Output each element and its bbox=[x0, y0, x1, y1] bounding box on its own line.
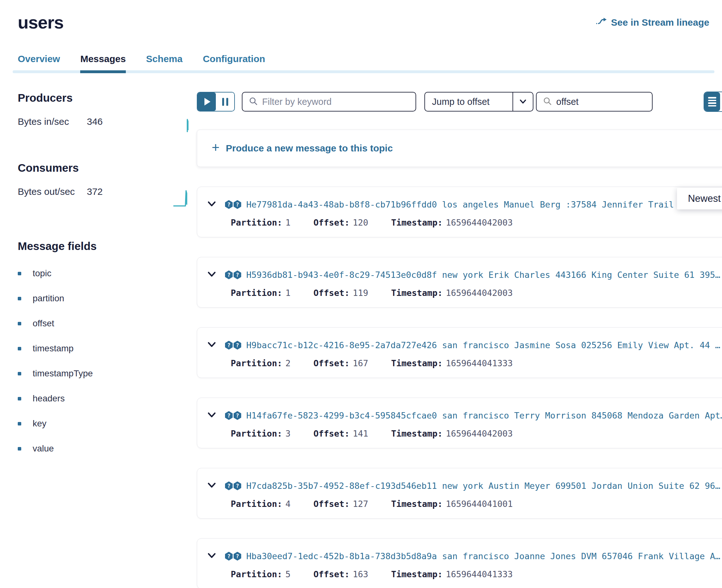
timestamp-meta: Timestamp:1659644041333 bbox=[391, 358, 513, 368]
message-key-value-text[interactable]: Hba30eed7-1edc-452b-8b1a-738d3b5d8a9a sa… bbox=[246, 551, 720, 561]
message-row[interactable]: ? ? He77981da-4a43-48ab-b8f8-cb71b96ffdd… bbox=[197, 187, 722, 237]
serializer-icons: ? ? bbox=[225, 482, 241, 490]
field-item-topic[interactable]: topic bbox=[18, 268, 197, 278]
tab-messages[interactable]: Messages bbox=[80, 54, 125, 73]
bullet-icon bbox=[18, 297, 21, 300]
timestamp-value: 1659644042003 bbox=[446, 218, 513, 228]
partition-meta: Partition:2 bbox=[231, 358, 291, 368]
offset-value: 141 bbox=[353, 429, 368, 439]
list-view-icon bbox=[708, 102, 716, 104]
offset-meta: Offset:119 bbox=[313, 288, 368, 298]
lineage-link-label: See in Stream lineage bbox=[611, 17, 709, 28]
partition-meta: Partition:5 bbox=[231, 569, 291, 579]
bytes-in-label: Bytes in/sec bbox=[18, 116, 87, 127]
field-item-value[interactable]: value bbox=[18, 443, 197, 454]
serializer-icons: ? ? bbox=[225, 271, 241, 279]
value-format-icon: ? bbox=[233, 271, 241, 279]
partition-value: 4 bbox=[286, 499, 291, 509]
bullet-icon bbox=[18, 347, 21, 350]
list-view-button[interactable] bbox=[704, 92, 720, 111]
bytes-in-value: 346 bbox=[87, 116, 122, 127]
produce-message-label: Produce a new message to this topic bbox=[226, 143, 393, 154]
partition-value: 2 bbox=[286, 358, 291, 368]
timestamp-value: 1659644042003 bbox=[446, 288, 513, 298]
bytes-out-sparkline bbox=[173, 186, 192, 209]
filter-placeholder: Filter by keyword bbox=[262, 97, 332, 107]
timestamp-value: 1659644042003 bbox=[446, 429, 513, 439]
stream-lineage-link[interactable]: See in Stream lineage bbox=[595, 17, 709, 28]
field-item-offset[interactable]: offset bbox=[18, 318, 197, 329]
field-item-timestamp[interactable]: timestamp bbox=[18, 343, 197, 354]
bullet-icon bbox=[18, 322, 21, 326]
bullet-icon bbox=[18, 422, 21, 425]
bullet-icon bbox=[18, 447, 21, 450]
expand-chevron-icon[interactable] bbox=[207, 553, 216, 560]
offset-value: 119 bbox=[353, 288, 368, 298]
field-item-key[interactable]: key bbox=[18, 419, 197, 429]
message-row[interactable]: ? ? H14fa67fe-5823-4299-b3c4-595845cfcae… bbox=[197, 398, 722, 448]
serializer-icons: ? ? bbox=[225, 341, 241, 350]
message-row[interactable]: ? ? H9bacc71c-b12c-4216-8e95-2a7da727e42… bbox=[197, 327, 722, 378]
message-metadata: Partition:4 Offset:127 Timestamp:1659644… bbox=[231, 499, 722, 509]
key-format-icon: ? bbox=[225, 341, 233, 350]
message-key-value-text[interactable]: He77981da-4a43-48ab-b8f8-cb71b96ffdd0 lo… bbox=[246, 200, 684, 209]
pause-button[interactable] bbox=[216, 92, 234, 111]
value-format-icon: ? bbox=[233, 552, 241, 561]
expand-chevron-icon[interactable] bbox=[207, 272, 216, 278]
value-format-icon: ? bbox=[233, 341, 241, 350]
column-view-button[interactable] bbox=[720, 92, 722, 111]
bytes-out-metric: Bytes out/sec 372 bbox=[18, 186, 197, 209]
partition-meta: Partition:1 bbox=[231, 218, 291, 228]
field-item-headers[interactable]: headers bbox=[18, 394, 197, 404]
offset-value: 120 bbox=[353, 218, 368, 228]
lineage-arrow-icon bbox=[595, 17, 607, 28]
search-icon bbox=[543, 97, 552, 107]
partition-value: 1 bbox=[286, 288, 291, 298]
bytes-in-metric: Bytes in/sec 346 bbox=[18, 116, 197, 136]
offset-search-input[interactable]: offset bbox=[536, 92, 653, 111]
message-metadata: Partition:2 Offset:167 Timestamp:1659644… bbox=[231, 358, 722, 368]
newest-tooltip-label: Newest bbox=[688, 193, 720, 204]
view-mode-toggle[interactable] bbox=[704, 91, 722, 112]
key-format-icon: ? bbox=[225, 482, 233, 490]
bullet-icon bbox=[18, 397, 21, 400]
field-item-partition[interactable]: partition bbox=[18, 293, 197, 303]
value-format-icon: ? bbox=[233, 200, 241, 209]
plus-icon: + bbox=[212, 141, 220, 154]
message-key-value-text[interactable]: H9bacc71c-b12c-4216-8e95-2a7da727e426 sa… bbox=[246, 340, 720, 350]
messages-panel: Filter by keyword Jump to offset bbox=[197, 91, 722, 588]
partition-meta: Partition:4 bbox=[231, 499, 291, 509]
bullet-icon bbox=[18, 372, 21, 375]
partition-meta: Partition:1 bbox=[231, 288, 291, 298]
list-view-icon bbox=[708, 100, 716, 101]
message-key-value-text[interactable]: H5936db81-b943-4e0f-8c29-74513e0c0d8f ne… bbox=[246, 270, 720, 280]
message-list: Newest ? ? bbox=[197, 187, 722, 588]
message-row[interactable]: ? ? H5936db81-b943-4e0f-8c29-74513e0c0d8… bbox=[197, 257, 722, 308]
play-button[interactable] bbox=[198, 92, 216, 111]
message-key-value-text[interactable]: H7cda825b-35b7-4952-88ef-c193d546eb11 ne… bbox=[246, 481, 720, 491]
expand-chevron-icon[interactable] bbox=[207, 342, 216, 349]
message-row[interactable]: ? ? Hba30eed7-1edc-452b-8b1a-738d3b5d8a9… bbox=[197, 538, 722, 588]
play-pause-toggle[interactable] bbox=[197, 92, 235, 111]
expand-chevron-icon[interactable] bbox=[207, 483, 216, 489]
produce-message-button[interactable]: + Produce a new message to this topic bbox=[197, 130, 722, 167]
partition-value: 1 bbox=[286, 218, 291, 228]
message-row[interactable]: ? ? H7cda825b-35b7-4952-88ef-c193d546eb1… bbox=[197, 468, 722, 519]
search-icon bbox=[249, 97, 258, 107]
page-header: users See in Stream lineage bbox=[18, 12, 709, 33]
jump-to-offset-select[interactable]: Jump to offset bbox=[425, 92, 533, 111]
message-key-value-text[interactable]: H14fa67fe-5823-4299-b3c4-595845cfcae0 sa… bbox=[246, 411, 722, 420]
filter-keyword-input[interactable]: Filter by keyword bbox=[242, 92, 416, 111]
expand-chevron-icon[interactable] bbox=[207, 412, 216, 419]
page-title: users bbox=[18, 12, 63, 33]
value-format-icon: ? bbox=[233, 411, 241, 420]
offset-meta: Offset:127 bbox=[313, 499, 368, 509]
serializer-icons: ? ? bbox=[225, 552, 241, 561]
serializer-icons: ? ? bbox=[225, 411, 241, 420]
producers-heading: Producers bbox=[18, 91, 197, 104]
offset-meta: Offset:141 bbox=[313, 429, 368, 439]
partition-meta: Partition:3 bbox=[231, 429, 291, 439]
key-format-icon: ? bbox=[225, 411, 233, 420]
expand-chevron-icon[interactable] bbox=[207, 201, 216, 208]
field-item-timestampType[interactable]: timestampType bbox=[18, 369, 197, 379]
